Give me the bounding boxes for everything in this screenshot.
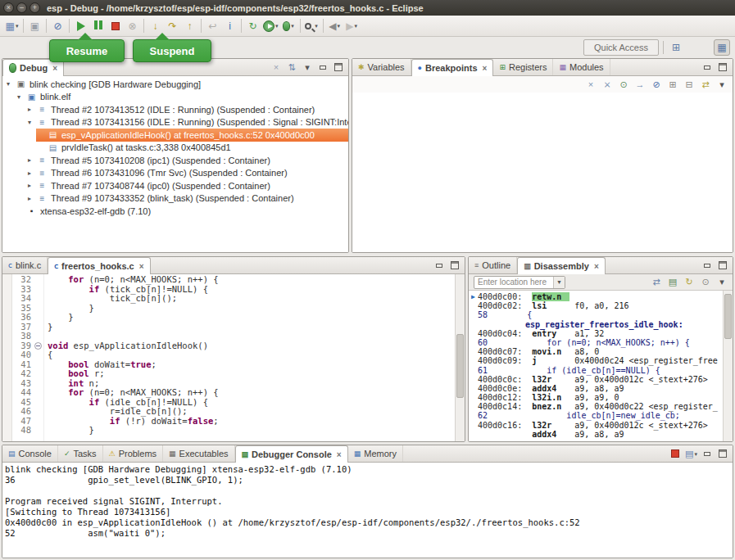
close-icon[interactable]: × xyxy=(52,64,57,73)
debug-tree-row[interactable]: ▸≡Thread #9 1073433352 (blink_task) (Sus… xyxy=(2,192,348,205)
console-tab-executables[interactable]: ▦Executables xyxy=(163,445,234,462)
disassembly-row[interactable]: 400d0c02: lsi f0, a0, 216 xyxy=(469,301,723,310)
debug-perspective-icon[interactable]: ▦ xyxy=(714,39,730,56)
minimize-view-button[interactable] xyxy=(701,61,713,73)
disassembly-row[interactable]: 400d0c09: j 0x400d0c24 <esp_register_fre… xyxy=(469,356,723,365)
code-line[interactable]: } xyxy=(48,304,455,314)
drop-to-frame-button[interactable]: ↩ xyxy=(204,17,221,35)
expander-icon[interactable]: ▸ xyxy=(25,156,34,164)
maximize-view-button[interactable] xyxy=(449,260,461,271)
disassembly-row[interactable]: 60 for (n=0; n<MAX_HOOKS; n++) { xyxy=(469,338,723,347)
sync-active-context-button[interactable]: ⇄ xyxy=(651,277,662,288)
remove-breakpoint-button[interactable]: × xyxy=(585,79,597,90)
view-menu-button[interactable]: ▾ xyxy=(302,61,313,73)
maximize-view-button[interactable] xyxy=(717,260,728,271)
close-icon[interactable]: × xyxy=(483,64,488,73)
expander-icon[interactable]: ▸ xyxy=(25,169,34,177)
expander-icon[interactable]: ▾ xyxy=(15,93,23,101)
code-line[interactable] xyxy=(48,332,455,341)
expander-icon[interactable]: ▸ xyxy=(25,182,34,189)
disassembly-row[interactable]: 61 if (idle_cb[n]==NULL) { xyxy=(469,366,723,375)
debug-tree-row[interactable]: ▤prvIdleTask() at tasks.c:3,338 0x400845… xyxy=(2,142,348,155)
run-button[interactable]: ▾ xyxy=(261,17,280,35)
breakpoints-empty-area[interactable] xyxy=(352,93,733,252)
terminate-button[interactable] xyxy=(107,17,124,35)
close-window-button[interactable]: × xyxy=(3,2,14,13)
remove-all-breakpoints-button[interactable]: ⨯ xyxy=(601,79,613,90)
maximize-view-button[interactable] xyxy=(717,61,728,73)
disassembly-scrollbar[interactable] xyxy=(723,291,733,441)
folding-ruler[interactable] xyxy=(34,274,44,441)
thread-presentation-button[interactable]: ⇅ xyxy=(286,61,297,73)
disassembly-row[interactable]: 400d0c0e: addx4 a9, a8, a9 xyxy=(469,384,723,393)
debug-tree-row[interactable]: ▤esp_vApplicationIdleHook() at freertos_… xyxy=(2,129,348,142)
console-tab-problems[interactable]: ⚠Problems xyxy=(103,445,164,462)
editor-tab-freertos-hooks-c[interactable]: ⅽfreertos_hooks.c× xyxy=(48,257,150,274)
disassembly-row[interactable]: 400d0c0c: l32r a9, 0x400d012c <_stext+27… xyxy=(469,375,723,384)
remove-all-terminated-button[interactable]: × xyxy=(270,61,282,73)
minimize-view-button[interactable] xyxy=(433,260,445,271)
disassembly-row[interactable]: addx4 a9, a8, a9 xyxy=(469,430,723,439)
maximize-window-button[interactable]: + xyxy=(29,2,40,13)
scrollbar-thumb[interactable] xyxy=(456,334,464,398)
save-button[interactable]: ▣ xyxy=(26,17,43,35)
debug-tree-row[interactable]: ▾≡Thread #3 1073413156 (IDLE : Running) … xyxy=(2,116,348,129)
track-expression-button[interactable]: ⊙ xyxy=(700,277,711,288)
disassembly-row[interactable]: 400d0c12: l32i.n a9, a9, 0 xyxy=(469,393,723,402)
editor-tab-blink-c[interactable]: ⅽblink.c xyxy=(2,257,48,273)
code-line[interactable]: bool doWait=true; xyxy=(48,360,455,370)
code-line[interactable]: } xyxy=(48,323,455,332)
show-supported-breakpoints-button[interactable]: ⊙ xyxy=(618,79,629,90)
combo-dropdown-icon[interactable]: ▼ xyxy=(553,277,565,288)
code-line[interactable]: tick_cb[n](); xyxy=(48,294,455,304)
minimize-view-button[interactable] xyxy=(317,61,329,73)
terminate-console-button[interactable] xyxy=(669,448,681,459)
disassembly-tab-disassembly[interactable]: ▥Disassembly× xyxy=(517,257,606,274)
editor-scrollbar[interactable] xyxy=(455,274,465,441)
console-output[interactable]: blink checking [GDB Hardware Debugging] … xyxy=(2,463,733,558)
code-line[interactable]: if (!r) doWait=false; xyxy=(48,417,455,427)
console-tab-tasks[interactable]: ✓Tasks xyxy=(58,445,103,462)
breakpoints-tab-registers[interactable]: ⊞Registers xyxy=(493,59,553,75)
code-line[interactable]: } xyxy=(48,426,455,436)
code-line[interactable]: for (n=0; n<MAX_HOOKS; n++) { xyxy=(48,388,455,398)
code-line[interactable]: void esp_vApplicationIdleHook() xyxy=(48,341,455,351)
fold-collapse-icon[interactable] xyxy=(34,342,42,350)
disassembly-row[interactable]: 400d0c16: l32r a9, 0x400d012c <_stext+27… xyxy=(469,421,723,430)
new-wizard-button[interactable]: ▦▾ xyxy=(3,17,20,35)
instruction-stepping-button[interactable]: i xyxy=(221,17,238,35)
code-line[interactable]: for (n=0; n<MAX_HOOKS; n++) { xyxy=(48,275,455,285)
forward-button[interactable]: ▶▾ xyxy=(343,17,361,35)
disassembly-row[interactable]: 400d0c14: bnez.n a9, 0x400d0c22 <esp_reg… xyxy=(469,402,723,411)
breakpoints-tab-variables[interactable]: ✱Variables xyxy=(352,59,411,75)
expander-icon[interactable]: ▸ xyxy=(25,106,34,113)
disconnect-button[interactable]: ⊗ xyxy=(124,17,141,35)
breakpoints-tab-breakpoints[interactable]: ●Breakpoints× xyxy=(411,59,494,76)
console-tab-memory[interactable]: ▦Memory xyxy=(348,445,403,462)
show-source-button[interactable]: ▤ xyxy=(667,277,678,288)
expander-icon[interactable]: ▾ xyxy=(4,80,12,88)
close-icon[interactable]: × xyxy=(594,262,599,271)
code-line[interactable]: bool r; xyxy=(48,369,455,379)
step-return-button[interactable]: ↑ xyxy=(181,17,198,35)
expand-all-button[interactable]: ⊞ xyxy=(667,79,678,90)
code-line[interactable]: { xyxy=(48,350,455,360)
skip-all-button[interactable]: ⊘ xyxy=(651,79,662,90)
debug-tree[interactable]: ▾▣blink checking [GDB Hardware Debugging… xyxy=(2,76,348,252)
quick-access-button[interactable]: Quick Access xyxy=(583,39,659,56)
maximize-view-button[interactable] xyxy=(717,448,728,459)
view-menu-button[interactable]: ▾ xyxy=(716,277,728,288)
minimize-window-button[interactable]: – xyxy=(16,2,27,13)
disassembly-rows[interactable]: ▶400d0c00: retw.n 400d0c02: lsi f0, a0, … xyxy=(469,291,723,441)
code-area[interactable]: for (n=0; n<MAX_HOOKS; n++) { if (tick_c… xyxy=(44,274,455,441)
debug-tree-row[interactable]: ▪xtensa-esp32-elf-gdb (7.10) xyxy=(2,205,348,218)
disassembly-row[interactable]: 400d0c07: movi.n a8, 0 xyxy=(469,347,723,356)
open-console-button[interactable]: ▤▾ xyxy=(685,448,697,459)
disassembly-row[interactable]: ▶400d0c00: retw.n xyxy=(469,292,723,301)
annotation-ruler[interactable] xyxy=(2,274,12,441)
search-button[interactable]: ▾ xyxy=(303,17,320,35)
console-tab-console[interactable]: ▤Console xyxy=(2,445,58,462)
disassembly-tab-outline[interactable]: ≡Outline xyxy=(469,257,517,273)
link-with-debug-button[interactable]: ⇄ xyxy=(700,79,711,90)
go-to-file-button[interactable]: → xyxy=(634,79,646,90)
